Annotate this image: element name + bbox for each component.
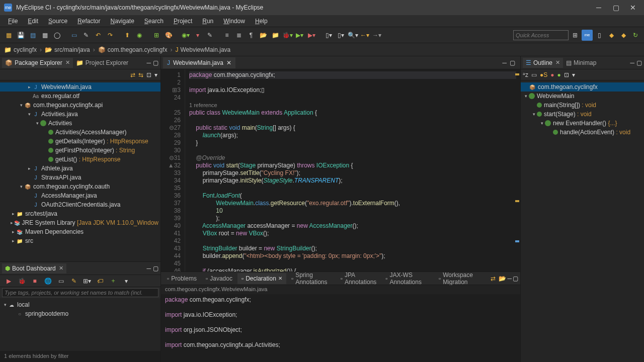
- boot-tree[interactable]: ▾☁local○springbootdemo: [0, 298, 160, 351]
- code-editor[interactable]: 12⊞3242526⊖27282930⊖31▲32333435363738394…: [161, 69, 520, 272]
- link-editor-icon[interactable]: ⇆: [138, 71, 143, 78]
- tab-minimap[interactable]: ▤ Minimap: [563, 58, 599, 68]
- minimize-view-icon[interactable]: ─: [146, 265, 151, 272]
- open-icon[interactable]: 📂: [498, 273, 506, 284]
- persp-open-icon[interactable]: ⊞: [570, 30, 581, 41]
- menu-project[interactable]: Project: [170, 17, 196, 26]
- declaration-code[interactable]: package com.thegoan.cyclingfx;import jav…: [161, 294, 520, 362]
- tree-row[interactable]: ▾Activities: [0, 119, 160, 128]
- maximize-view-icon[interactable]: ▢: [153, 59, 158, 66]
- back-icon[interactable]: ←▾: [359, 30, 370, 41]
- run-icon[interactable]: ▶▾: [294, 30, 305, 41]
- view-menu-icon[interactable]: ▾: [154, 71, 157, 78]
- close-icon[interactable]: ✕: [226, 59, 231, 66]
- tree-row[interactable]: handle(ActionEvent) : void: [521, 128, 644, 137]
- tag-icon[interactable]: 🏷: [95, 276, 106, 287]
- tab-project-explorer[interactable]: 📁 Project Explorer: [73, 58, 131, 68]
- quick-access-input[interactable]: [513, 30, 569, 40]
- close-icon[interactable]: ✕: [555, 59, 560, 66]
- hide-local-icon[interactable]: ●: [557, 71, 561, 78]
- outline-tree[interactable]: 📦com.thegoan.cyclingfx▾WebviewMainmain(S…: [521, 80, 644, 362]
- print-icon[interactable]: ▦: [39, 30, 50, 41]
- sort-icon[interactable]: ᵃz: [523, 71, 528, 78]
- tab-problems[interactable]: ▫ Problems: [163, 273, 201, 284]
- grid-icon[interactable]: ⊞: [151, 30, 162, 41]
- minimize-view-icon[interactable]: ─: [508, 275, 512, 282]
- close-icon[interactable]: ✕: [65, 59, 70, 66]
- new-icon[interactable]: ▦: [3, 30, 14, 41]
- tree-row[interactable]: JStravaAPI.java: [0, 173, 160, 182]
- tree-row[interactable]: ▾📦com.thegoan.cyclingfx.oauth: [0, 182, 160, 191]
- tab-javadoc[interactable]: ▫ Javadoc: [202, 273, 236, 284]
- menu-navigate[interactable]: Navigate: [106, 17, 138, 26]
- stop-icon[interactable]: ▾: [192, 30, 203, 41]
- filter-icon[interactable]: ⊞▾: [82, 276, 93, 287]
- tree-row[interactable]: ▾📦com.thegoan.cyclingfx.api: [0, 101, 160, 110]
- maximize-view-icon[interactable]: ▢: [513, 275, 518, 282]
- menu-boot-icon[interactable]: ▾: [121, 276, 132, 287]
- persp-2-icon[interactable]: ▯: [594, 30, 605, 41]
- run-config-icon[interactable]: ◉▾: [180, 30, 191, 41]
- tab-outline[interactable]: ☰ Outline ✕: [523, 58, 563, 68]
- persp-5-icon[interactable]: ↻: [630, 30, 641, 41]
- tree-row[interactable]: JAccessManager.java: [0, 191, 160, 200]
- tab-declaration[interactable]: ▫ Declaration ✕: [237, 273, 286, 284]
- menu-edit[interactable]: Edit: [24, 17, 42, 26]
- maximize-button[interactable]: ▢: [612, 4, 620, 12]
- undo-icon[interactable]: ↶: [93, 30, 104, 41]
- tree-row[interactable]: getDetails(Integer) : HttpResponse: [0, 137, 160, 146]
- persp-3-icon[interactable]: ◆: [606, 30, 617, 41]
- tree-row[interactable]: main(String[]) : void: [521, 101, 644, 110]
- tab-package-explorer[interactable]: 📦 Package Explorer ✕: [2, 58, 73, 68]
- focus-outline-icon[interactable]: ⊡: [564, 71, 569, 78]
- stop2-icon[interactable]: ▶▾: [306, 30, 317, 41]
- hide-nonpublic-icon[interactable]: ●: [550, 71, 554, 78]
- save-icon[interactable]: 💾: [15, 30, 26, 41]
- breadcrumb-item[interactable]: 📦 com.thegoan.cyclingfx: [98, 46, 168, 53]
- boot-filter-input[interactable]: [2, 288, 158, 297]
- close-icon[interactable]: ✕: [278, 276, 282, 281]
- folder-open-icon[interactable]: 📂: [258, 30, 269, 41]
- tree-row[interactable]: 📦com.thegoan.cyclingfx: [521, 82, 644, 92]
- menu-window[interactable]: Window: [219, 17, 249, 26]
- tree-row[interactable]: ▸📚JRE System Library [Java JDK VM 1.10.0…: [0, 218, 160, 227]
- plugin-icon[interactable]: ◉: [134, 30, 145, 41]
- menu-refactor[interactable]: Refactor: [73, 17, 104, 26]
- menu-outline-icon[interactable]: ▾: [572, 71, 575, 78]
- save-all-icon[interactable]: ▤: [27, 30, 38, 41]
- tree-row[interactable]: ▾new EventHandler() {...}: [521, 119, 644, 128]
- minimize-view-icon[interactable]: ─: [630, 59, 634, 66]
- debug-boot-icon[interactable]: 🐞: [16, 276, 27, 287]
- breadcrumb-item[interactable]: 📂 src/main/java: [45, 46, 90, 53]
- palette-icon[interactable]: 🎨: [163, 30, 174, 41]
- tree-row[interactable]: ▸📁src/test/java: [0, 209, 160, 218]
- export-icon[interactable]: ⬆: [122, 30, 133, 41]
- console-icon[interactable]: ▭: [55, 276, 66, 287]
- folder-icon[interactable]: 📁: [270, 30, 281, 41]
- edit-icon[interactable]: ✎: [204, 30, 215, 41]
- close-icon[interactable]: ✕: [59, 265, 63, 272]
- doc-icon[interactable]: ▯▾: [323, 30, 334, 41]
- link-icon[interactable]: ⇄: [489, 273, 497, 284]
- tree-row[interactable]: ▸JWebviewMain.java: [0, 82, 160, 92]
- user-icon[interactable]: ◯: [51, 30, 62, 41]
- tree-row[interactable]: ▾WebviewMain: [521, 92, 644, 101]
- collapse-all-icon[interactable]: ⇄: [130, 71, 135, 78]
- minimize-button[interactable]: ─: [595, 4, 603, 12]
- minimize-editor-icon[interactable]: ─: [502, 59, 507, 66]
- editor-tab-webviewmain[interactable]: J WebviewMain.java ✕: [163, 57, 235, 68]
- close-button[interactable]: ✕: [629, 4, 637, 12]
- tree-row[interactable]: getList() : HttpResponse: [0, 155, 160, 164]
- browser-icon[interactable]: 🌐: [42, 276, 53, 287]
- align-icon[interactable]: ≡: [221, 30, 232, 41]
- menu-search[interactable]: Search: [140, 17, 168, 26]
- menu-file[interactable]: File: [4, 17, 22, 26]
- persp-4-icon[interactable]: ◆: [618, 30, 629, 41]
- doc2-icon[interactable]: ▯▾: [335, 30, 346, 41]
- tree-row[interactable]: ○springbootdemo: [0, 309, 160, 318]
- tree-row[interactable]: ▾JActivities.java: [0, 110, 160, 119]
- wand-icon[interactable]: ✎: [80, 30, 92, 41]
- package-tree[interactable]: ▸JWebviewMain.javaAaexo.regular.otf▾📦com…: [0, 80, 160, 261]
- tree-row[interactable]: Activities(AccessManager): [0, 128, 160, 137]
- hide-static-icon[interactable]: ●S: [540, 71, 547, 78]
